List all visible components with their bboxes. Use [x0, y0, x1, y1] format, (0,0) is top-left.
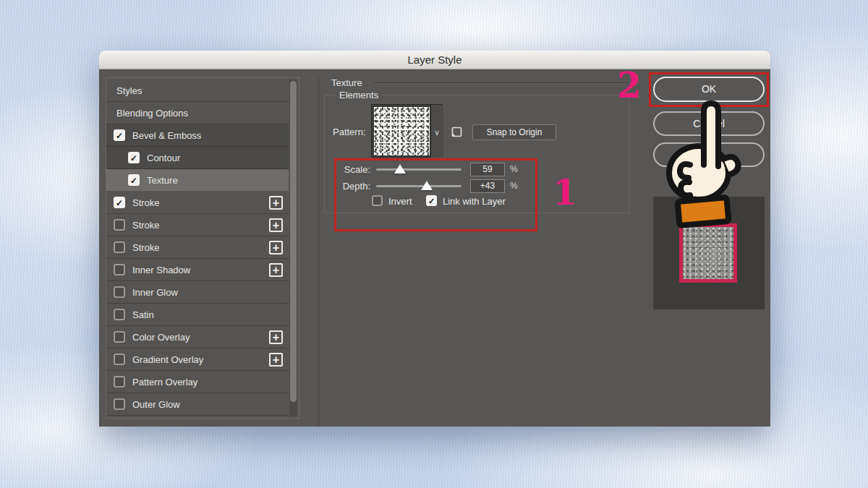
sidebar-item-stroke-3[interactable]: Stroke + — [106, 236, 289, 259]
sidebar-item-stroke-2[interactable]: Stroke + — [106, 214, 289, 236]
sidebar-item-label: Color Overlay — [132, 332, 190, 343]
sidebar-item-texture-selected[interactable]: ✓ Texture — [106, 169, 289, 192]
checkbox-unchecked-icon[interactable] — [114, 309, 125, 320]
sidebar-item-satin[interactable]: Satin — [106, 304, 289, 326]
checkbox-unchecked-icon[interactable] — [114, 331, 125, 343]
sidebar-item-label: Stroke — [132, 197, 160, 208]
sidebar-item-inner-shadow[interactable]: Inner Shadow + — [106, 259, 289, 281]
watercolor-sky-background: Layer Style Styles Blending Options ✓ Be… — [0, 0, 868, 488]
sidebar-item-label: Bevel & Emboss — [132, 130, 201, 141]
pattern-swatch[interactable] — [374, 107, 430, 155]
sidebar-item-label: Satin — [132, 309, 154, 320]
sidebar-item-label: Stroke — [132, 242, 160, 253]
add-effect-button[interactable]: + — [269, 353, 283, 367]
scrollbar-thumb[interactable] — [290, 81, 297, 402]
sidebar-item-contour[interactable]: ✓ Contour — [106, 147, 289, 169]
checkbox-checked-icon[interactable]: ✓ — [114, 197, 125, 208]
sidebar-item-outer-glow[interactable]: Outer Glow — [106, 393, 289, 416]
sidebar-item-label: Stroke — [132, 220, 160, 231]
checkbox-unchecked-icon[interactable] — [114, 354, 125, 365]
pattern-dropdown[interactable]: ∨ — [430, 105, 443, 158]
sidebar-item-label: Blending Options — [116, 108, 188, 119]
checkbox-checked-icon[interactable]: ✓ — [128, 174, 140, 186]
checkbox-unchecked-icon[interactable] — [114, 398, 125, 410]
checkbox-checked-icon[interactable]: ✓ — [128, 152, 140, 163]
sidebar-item-label: Styles — [116, 85, 142, 96]
section-rule — [373, 82, 628, 83]
sidebar-item-inner-glow[interactable]: Inner Glow — [106, 281, 289, 304]
panel-divider — [318, 77, 319, 427]
pointing-hand-cursor-icon — [663, 98, 746, 232]
sidebar-item-blending-options[interactable]: Blending Options — [106, 102, 289, 124]
dialog-title: Layer Style — [407, 53, 461, 66]
sidebar-item-stroke-1[interactable]: ✓ Stroke + — [106, 192, 289, 214]
add-effect-button[interactable]: + — [269, 218, 283, 232]
sidebar-item-gradient-overlay[interactable]: Gradient Overlay + — [106, 348, 289, 371]
checkbox-unchecked-icon[interactable] — [114, 376, 125, 388]
checkbox-checked-icon[interactable]: ✓ — [114, 129, 125, 141]
checkbox-unchecked-icon[interactable] — [114, 241, 125, 253]
new-pattern-icon[interactable] — [450, 125, 464, 139]
pattern-label: Pattern: — [333, 127, 366, 137]
texture-preview-swatch — [679, 223, 737, 283]
groupbox-label: Elements — [336, 90, 382, 100]
checkbox-unchecked-icon[interactable] — [114, 264, 125, 275]
sidebar-item-styles[interactable]: Styles — [106, 80, 289, 102]
dialog-titlebar[interactable]: Layer Style — [99, 51, 770, 69]
sidebar-item-label: Pattern Overlay — [132, 377, 197, 388]
sidebar-item-pattern-overlay[interactable]: Pattern Overlay — [106, 371, 289, 393]
add-effect-button[interactable]: + — [269, 263, 283, 277]
chevron-down-icon: ∨ — [434, 128, 440, 137]
styles-sidebar: Styles Blending Options ✓ Bevel & Emboss… — [106, 77, 299, 419]
annotation-step-2: 2 — [617, 68, 641, 103]
add-effect-button[interactable]: + — [269, 241, 283, 254]
checkbox-unchecked-icon[interactable] — [114, 219, 125, 231]
sidebar-item-label: Inner Shadow — [132, 265, 190, 275]
sidebar-item-color-overlay[interactable]: Color Overlay + — [106, 326, 289, 348]
sidebar-item-label: Texture — [147, 175, 178, 186]
sidebar-item-label: Gradient Overlay — [132, 354, 203, 365]
section-title: Texture — [331, 77, 362, 88]
sidebar-item-bevel-emboss[interactable]: ✓ Bevel & Emboss — [106, 124, 289, 147]
pattern-picker: ∨ — [371, 104, 443, 158]
add-effect-button[interactable]: + — [269, 330, 283, 344]
add-effect-button[interactable]: + — [269, 196, 283, 210]
sidebar-item-label: Inner Glow — [132, 287, 178, 298]
sidebar-item-label: Contour — [147, 153, 180, 163]
snap-to-origin-button[interactable]: Snap to Origin — [472, 124, 556, 140]
sidebar-item-label: Outer Glow — [132, 399, 180, 410]
annotation-step-1: 1 — [553, 175, 576, 210]
sidebar-scrollbar[interactable] — [289, 80, 297, 416]
annotation-box-controls — [334, 158, 537, 231]
checkbox-unchecked-icon[interactable] — [114, 286, 125, 298]
